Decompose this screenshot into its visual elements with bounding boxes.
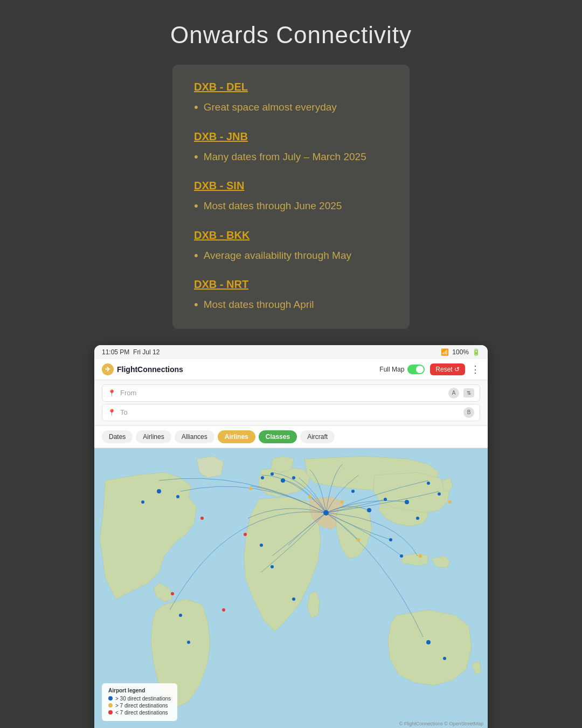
tab-dates[interactable]: Dates [102, 430, 133, 443]
more-button[interactable]: ⋮ [470, 363, 480, 375]
bullet-item: Great space almost everyday [194, 100, 388, 115]
svg-point-31 [244, 533, 247, 536]
to-input[interactable]: To [120, 408, 459, 416]
svg-point-27 [438, 492, 441, 496]
toggle-switch[interactable] [407, 365, 425, 374]
route-section-dxb-sin: DXB - SIN Most dates through June 2025 [194, 180, 388, 214]
reset-button[interactable]: Reset ↺ [430, 363, 465, 375]
svg-point-8 [176, 495, 179, 498]
svg-point-14 [367, 508, 371, 512]
legend-label-medium: > 7 direct destinations [115, 703, 168, 709]
tab-alliances[interactable]: Alliances [175, 430, 214, 443]
svg-point-4 [261, 476, 264, 479]
legend-item-medium: > 7 direct destinations [108, 703, 171, 709]
svg-point-26 [384, 498, 387, 501]
legend-dot-large [108, 696, 113, 700]
svg-point-28 [448, 500, 452, 504]
svg-point-24 [308, 495, 311, 498]
point-b-button[interactable]: B [463, 407, 474, 418]
point-a-button[interactable]: A [448, 388, 459, 399]
svg-point-34 [171, 592, 174, 595]
svg-point-25 [341, 500, 344, 504]
svg-point-7 [141, 500, 144, 504]
app-logo: ✈ FlightConnections [102, 363, 183, 375]
tab-airlines-default[interactable]: Airlines [136, 430, 171, 443]
map-legend: Airport legend > 30 direct destinations … [102, 683, 177, 721]
status-icons: 📶 100% 🔋 [441, 348, 480, 356]
svg-point-16 [416, 517, 419, 520]
svg-point-11 [271, 565, 274, 568]
status-bar: 11:05 PM Fri Jul 12 📶 100% 🔋 [94, 345, 488, 359]
svg-point-30 [419, 554, 422, 558]
svg-point-22 [351, 490, 355, 493]
bullet-item: Most dates through June 2025 [194, 198, 388, 214]
bullet-item: Many dates from July – March 2025 [194, 149, 388, 165]
svg-point-10 [187, 641, 190, 644]
legend-title: Airport legend [108, 688, 171, 693]
svg-point-20 [426, 640, 431, 644]
svg-point-32 [200, 517, 204, 520]
toggle-knob [416, 366, 424, 373]
location-from-icon: 📍 [108, 389, 116, 397]
route-section-dxb-del: DXB - DEL Great space almost everyday [194, 81, 388, 115]
app-header: ✈ FlightConnections Full Map Reset ↺ ⋮ [94, 359, 488, 380]
tab-classes[interactable]: Classes [259, 430, 297, 443]
status-time: 11:05 PM Fri Jul 12 [102, 348, 160, 356]
route-link-dxb-nrt[interactable]: DXB - NRT [194, 278, 388, 291]
route-link-dxb-jnb[interactable]: DXB - JNB [194, 131, 388, 143]
legend-label-large: > 30 direct destinations [115, 696, 171, 702]
route-section-dxb-bkk: DXB - BKK Average availability through M… [194, 229, 388, 264]
to-search-row[interactable]: 📍 To B [102, 404, 480, 421]
search-area: 📍 From A ⇅ 📍 To B [94, 380, 488, 426]
from-search-row[interactable]: 📍 From A ⇅ [102, 384, 480, 402]
svg-point-9 [179, 614, 182, 617]
logo-icon: ✈ [102, 363, 114, 375]
bullet-item: Average availability through May [194, 248, 388, 264]
legend-dot-medium [108, 703, 113, 708]
svg-point-3 [271, 472, 274, 476]
route-link-dxb-sin[interactable]: DXB - SIN [194, 180, 388, 192]
route-bullets-dxb-sin: Most dates through June 2025 [194, 198, 388, 214]
route-bullets-dxb-bkk: Average availability through May [194, 248, 388, 264]
svg-point-13 [292, 597, 295, 601]
full-map-toggle[interactable]: Full Map [379, 365, 425, 374]
map-container: 11:05 PM Fri Jul 12 📶 100% 🔋 ✈ FlightCon… [94, 345, 488, 728]
svg-point-18 [389, 538, 392, 541]
tab-aircraft[interactable]: Aircraft [300, 430, 335, 443]
filter-tabs: Dates Airlines Alliances Airlines Classe… [94, 426, 488, 448]
route-bullets-dxb-nrt: Most dates through April [194, 297, 388, 313]
route-link-dxb-bkk[interactable]: DXB - BKK [194, 229, 388, 242]
route-link-dxb-del[interactable]: DXB - DEL [194, 81, 388, 93]
map-copyright: © FlightConnections © OpenStreetMap [399, 721, 483, 726]
battery-bar-icon: 🔋 [472, 348, 480, 356]
legend-item-small: < 7 direct destinations [108, 710, 171, 716]
legend-label-small: < 7 direct destinations [115, 710, 168, 716]
from-input[interactable]: From [120, 389, 444, 397]
connectivity-card: DXB - DEL Great space almost everyday DX… [172, 65, 410, 329]
location-to-icon: 📍 [108, 409, 116, 416]
route-section-dxb-jnb: DXB - JNB Many dates from July – March 2… [194, 131, 388, 165]
svg-point-29 [357, 538, 360, 541]
svg-point-12 [260, 544, 263, 547]
legend-item-large: > 30 direct destinations [108, 696, 171, 702]
header-right: Full Map Reset ↺ ⋮ [379, 363, 480, 375]
route-bullets-dxb-del: Great space almost everyday [194, 100, 388, 115]
swap-button[interactable]: ⇅ [463, 388, 474, 397]
route-bullets-dxb-jnb: Many dates from July – March 2025 [194, 149, 388, 165]
svg-point-2 [281, 478, 285, 483]
tab-airlines-active[interactable]: Airlines [218, 430, 255, 443]
legend-dot-small [108, 710, 113, 715]
route-section-dxb-nrt: DXB - NRT Most dates through April [194, 278, 388, 313]
wifi-icon: 📶 [441, 348, 449, 356]
world-map[interactable]: Airport legend > 30 direct destinations … [94, 448, 488, 728]
bullet-item: Most dates through April [194, 297, 388, 313]
svg-point-17 [427, 482, 430, 485]
svg-point-23 [249, 487, 252, 490]
app-logo-text: FlightConnections [117, 365, 183, 374]
svg-point-33 [222, 608, 225, 612]
svg-point-15 [405, 500, 409, 504]
svg-point-19 [400, 554, 403, 558]
svg-point-21 [443, 657, 446, 660]
svg-point-6 [157, 489, 161, 493]
svg-point-5 [292, 476, 295, 479]
